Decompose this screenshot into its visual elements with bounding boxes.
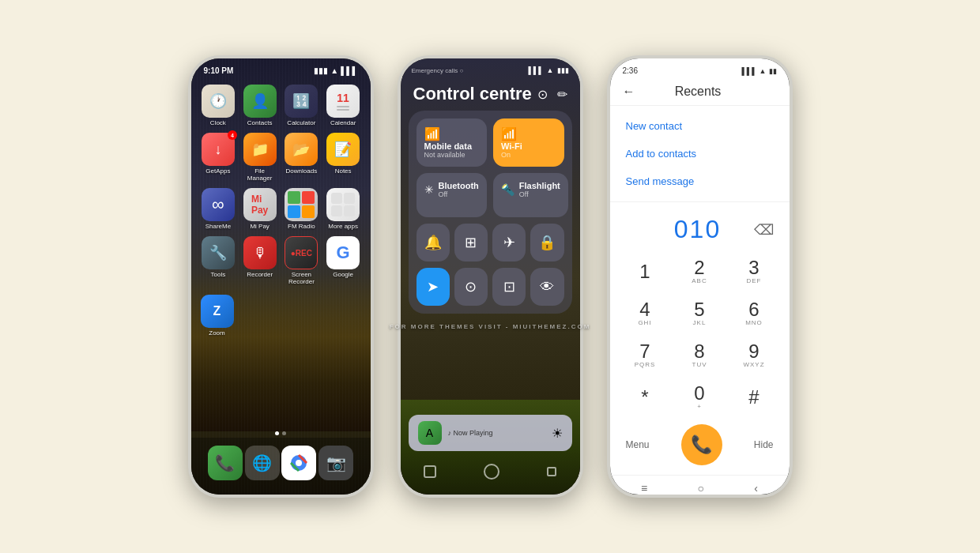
dialer-nav-menu[interactable]: ≡ [641,482,647,495]
app-shareme-label: ShareMe [205,223,231,230]
cc-eye-tile[interactable]: 👁 [530,268,564,306]
cc-wifi-tile[interactable]: 📶 Wi-Fi On [493,118,564,167]
app-calendar-icon: 11 [326,85,360,118]
cc-flashlight-tile[interactable]: 🔦 Flashlight Off [493,173,568,217]
app-calculator[interactable]: 🔢 Calculator [284,85,319,126]
delete-button[interactable]: ⌫ [754,221,774,239]
app-clock-icon: 🕐 [202,85,235,118]
cc-flashlight-label: Flashlight [519,181,560,190]
send-message-item[interactable]: Send message [610,167,790,195]
page-dot-2 [282,431,286,435]
app-mipay-icon: MiPay [243,188,277,221]
new-contact-item[interactable]: New contact [610,112,790,140]
cc-music-text: ♪ Now Playing [448,429,545,437]
app-calendar[interactable]: 11 Calendar [326,85,361,126]
hide-label[interactable]: Hide [754,439,774,450]
app-mipay[interactable]: MiPay Mi Pay [242,188,277,230]
app-clock[interactable]: 🕐 Clock [201,85,236,126]
app-recorder-label: Recorder [247,271,273,278]
cc-music-thumbnail: A [418,421,442,445]
nav-recent[interactable] [547,467,556,476]
phone-dialer: 2:36 ▌▌▌ ▲ ▮▮ ← Recents New contact Add … [607,55,793,498]
add-to-contacts-item[interactable]: Add to contacts [610,140,790,167]
app-calendar-label: Calendar [330,119,356,126]
dialer-nav-home[interactable]: ○ [698,482,704,495]
key-3-alpha: DEF [747,277,762,284]
menu-label[interactable]: Menu [626,439,650,450]
nav-bar [401,455,580,495]
app-contacts-icon: 👤 [243,85,277,118]
dock-browser[interactable]: 🌐 [245,446,280,480]
page-dot-1 [275,431,279,435]
key-8-num: 8 [694,342,704,361]
key-2[interactable]: 2 ABC [673,250,727,292]
call-button-wrap: 📞 [681,424,722,465]
key-6-alpha: MNO [745,319,763,326]
home-screen: 9:10 PM ▮▮▮ ▲ ▌▌▌ 🕐 Clock 👤 Contacts 🔢 C… [191,58,371,495]
app-tools[interactable]: 🔧 Tools [201,236,236,285]
cc-account-tile[interactable]: ⊙ [454,268,488,306]
cc-flashlight-sublabel: Off [519,190,560,198]
dialer-number: 010 [650,215,746,244]
app-shareme[interactable]: ∞ ShareMe [201,188,236,230]
cc-airplane-tile[interactable]: ✈ [492,224,526,261]
nav-home[interactable] [484,464,499,480]
app-shareme-icon: ∞ [202,188,235,221]
app-downloads[interactable]: 📂 Downloads [284,133,319,182]
cc-bluetooth-tile[interactable]: ✳ Bluetooth Off [416,173,487,217]
cc-edit-icon[interactable]: ✏ [557,87,567,102]
dock: 📞 🌐 📷 [191,438,371,495]
back-button[interactable]: ← [623,85,635,99]
app-fmradio[interactable]: FM Radio [284,188,319,230]
app-notes[interactable]: 📝 Notes [326,133,361,182]
call-button[interactable]: 📞 [681,424,722,465]
dialer-battery-icon: ▮▮ [769,67,777,75]
cc-expand-tile[interactable]: ⊞ [454,224,488,261]
app-fmradio-icon [285,188,318,221]
cc-wifi-icon-tile: 📶 [501,126,556,141]
key-0[interactable]: 0 + [673,376,727,418]
app-recorder[interactable]: 🎙 Recorder [242,236,277,285]
key-star[interactable]: * [618,376,673,418]
cc-lock-tile[interactable]: 🔒 [530,224,564,261]
dock-camera[interactable]: 📷 [318,446,353,480]
key-7[interactable]: 7 PQRS [618,334,673,376]
key-8[interactable]: 8 TUV [673,334,727,376]
dock-phone[interactable]: 📞 [208,446,243,480]
app-google[interactable]: G Google [326,236,361,285]
key-7-num: 7 [639,342,650,361]
key-5[interactable]: 5 JKL [673,292,727,334]
app-screenrec-label: Screen Recorder [284,271,319,285]
cc-wifi-icon: ▲ [547,66,554,74]
key-6[interactable]: 6 MNO [727,292,782,334]
cc-icon-row-2: ➤ ⊙ ⊡ 👁 [416,268,564,306]
key-hash[interactable]: # [727,376,782,418]
app-contacts[interactable]: 👤 Contacts [242,85,277,126]
cc-camera-icon[interactable]: ⊙ [537,87,548,102]
app-moreapps[interactable]: More apps [326,188,361,230]
nav-back[interactable] [424,465,436,478]
cc-music-bar[interactable]: A ♪ Now Playing ☀ [409,415,572,451]
app-zoom[interactable]: Z Zoom [201,295,234,337]
cc-screenshot-tile[interactable]: ⊡ [492,268,526,306]
app-filemanager[interactable]: 📁 File Manager [242,133,277,182]
key-3[interactable]: 3 DEF [727,250,782,292]
cc-wifi-label: Wi-Fi [501,141,556,151]
app-getapps[interactable]: ↓ 4 GetApps [201,133,236,182]
cc-location-tile[interactable]: ➤ [416,268,450,306]
app-calculator-label: Calculator [287,119,315,126]
cc-notification-tile[interactable]: 🔔 [416,224,450,261]
app-screenrec[interactable]: ●REC Screen Recorder [284,236,319,285]
key-4[interactable]: 4 GHI [618,292,673,334]
app-notes-label: Notes [335,167,352,175]
dialer-nav-back[interactable]: ‹ [754,482,758,495]
app-tools-label: Tools [211,271,226,278]
cc-mobile-data-tile[interactable]: 📶 Mobile data Not available [416,118,488,167]
cc-title: Control centre [413,84,532,104]
dock-chrome[interactable] [281,446,316,480]
cc-wifi-sublabel: On [501,151,556,159]
dialer-signal-icon: ▌▌▌ [741,67,756,75]
key-9[interactable]: 9 WXYZ [727,334,782,376]
key-1[interactable]: 1 [618,250,673,292]
dialer-time: 2:36 [623,66,638,75]
